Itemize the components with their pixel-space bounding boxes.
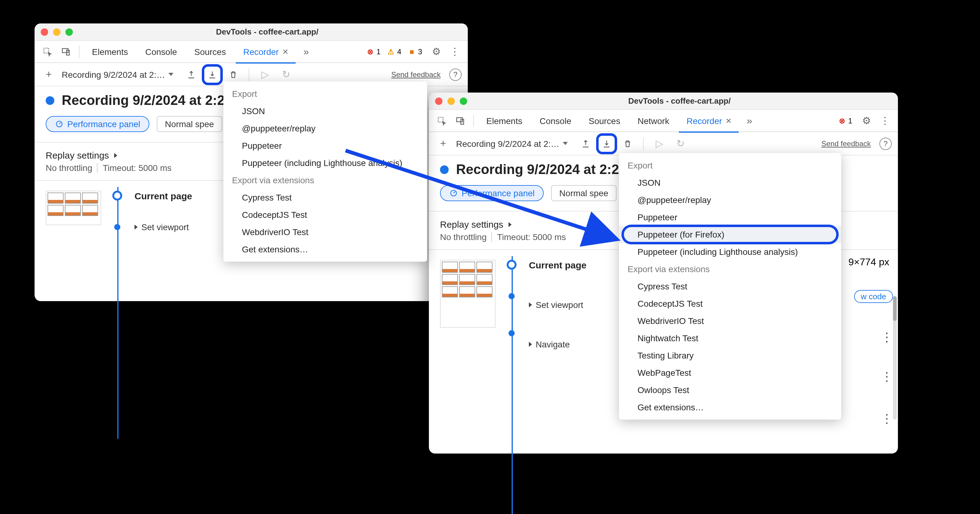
tab-recorder[interactable]: Recorder× bbox=[236, 40, 296, 63]
export-dropdown-left: Export JSON @puppeteer/replay Puppeteer … bbox=[223, 81, 427, 262]
send-feedback-link[interactable]: Send feedback bbox=[821, 139, 871, 148]
speed-select[interactable]: Normal spee bbox=[551, 185, 617, 201]
tab-recorder[interactable]: Recorder× bbox=[679, 110, 739, 132]
export-option-webdriverio[interactable]: WebdriverIO Test bbox=[223, 223, 427, 241]
error-badge[interactable]: ⊗1 bbox=[366, 47, 380, 56]
new-recording-icon[interactable]: ＋ bbox=[41, 66, 57, 83]
timeline-node[interactable] bbox=[509, 293, 515, 299]
export-option-puppeteer-lighthouse[interactable]: Puppeteer (including Lighthouse analysis… bbox=[223, 154, 427, 172]
inspect-icon[interactable] bbox=[40, 43, 56, 60]
recording-dot-icon bbox=[440, 165, 449, 174]
throttling-value: No throttling bbox=[46, 163, 98, 173]
export-option-json[interactable]: JSON bbox=[223, 102, 427, 120]
export-option-codeceptjs[interactable]: CodeceptJS Test bbox=[619, 295, 841, 312]
replay-icon[interactable]: ▷ bbox=[651, 135, 667, 151]
recording-dropdown[interactable]: Recording 9/2/2024 at 2:… bbox=[62, 69, 179, 79]
recorder-toolbar: ＋ Recording 9/2/2024 at 2:… ▷ ↻ Send fee… bbox=[429, 132, 898, 156]
recording-dropdown[interactable]: Recording 9/2/2024 at 2:… bbox=[456, 138, 573, 148]
import-icon[interactable] bbox=[578, 135, 594, 151]
timeout-value: Timeout: 5000 ms bbox=[497, 232, 566, 242]
performance-panel-button[interactable]: Performance panel bbox=[440, 185, 544, 201]
minimize-icon[interactable] bbox=[53, 28, 60, 35]
step-menu-icon[interactable]: ⋮ bbox=[881, 370, 893, 383]
page-thumbnail bbox=[46, 191, 101, 225]
warning-badge[interactable]: ⚠4 bbox=[387, 47, 401, 56]
export-option-webpagetest[interactable]: WebPageTest bbox=[619, 364, 841, 381]
export-option-puppeteer[interactable]: Puppeteer bbox=[223, 137, 427, 154]
export-option-codeceptjs[interactable]: CodeceptJS Test bbox=[223, 206, 427, 223]
speed-select[interactable]: Normal spee bbox=[157, 116, 222, 132]
timeline-node[interactable] bbox=[112, 191, 122, 201]
export-option-owloops[interactable]: Owloops Test bbox=[619, 381, 841, 399]
inspect-icon[interactable] bbox=[434, 113, 450, 129]
kebab-menu-icon[interactable]: ⋮ bbox=[447, 43, 463, 60]
step-icon[interactable]: ↻ bbox=[278, 66, 294, 83]
tab-sources[interactable]: Sources bbox=[187, 40, 233, 63]
export-icon[interactable] bbox=[205, 66, 221, 83]
export-option-get-extensions[interactable]: Get extensions… bbox=[619, 399, 841, 416]
step-menu-icon[interactable]: ⋮ bbox=[881, 412, 893, 425]
tab-elements[interactable]: Elements bbox=[479, 110, 530, 132]
tab-sources[interactable]: Sources bbox=[581, 110, 628, 132]
caret-right-icon bbox=[529, 302, 532, 307]
step-set-viewport[interactable]: Set viewport bbox=[135, 222, 192, 232]
close-icon[interactable]: × bbox=[726, 116, 732, 126]
export-option-nightwatch[interactable]: Nightwatch Test bbox=[619, 329, 841, 347]
traffic-lights bbox=[435, 97, 467, 105]
kebab-menu-icon[interactable]: ⋮ bbox=[877, 113, 893, 129]
export-option-puppeteer[interactable]: Puppeteer bbox=[619, 208, 841, 226]
minimize-icon[interactable] bbox=[447, 97, 455, 105]
export-option-puppeteer-replay[interactable]: @puppeteer/replay bbox=[223, 120, 427, 137]
step-menu-icon[interactable]: ⋮ bbox=[881, 331, 893, 343]
export-icon[interactable] bbox=[599, 135, 615, 151]
export-option-cypress[interactable]: Cypress Test bbox=[223, 189, 427, 206]
export-option-json[interactable]: JSON bbox=[619, 174, 841, 191]
export-option-puppeteer-replay[interactable]: @puppeteer/replay bbox=[619, 191, 841, 208]
tab-network[interactable]: Network bbox=[630, 110, 677, 132]
zoom-icon[interactable] bbox=[65, 28, 73, 35]
delete-icon[interactable] bbox=[226, 66, 242, 83]
tabs-bar: Elements Console Sources Recorder× » ⊗1 … bbox=[35, 41, 468, 63]
export-option-webdriverio[interactable]: WebdriverIO Test bbox=[619, 312, 841, 329]
send-feedback-link[interactable]: Send feedback bbox=[391, 70, 441, 79]
step-current-page: Current page bbox=[529, 260, 587, 270]
export-option-cypress[interactable]: Cypress Test bbox=[619, 278, 841, 295]
new-recording-icon[interactable]: ＋ bbox=[435, 135, 451, 151]
more-tabs-icon[interactable]: » bbox=[298, 43, 314, 60]
replay-icon[interactable]: ▷ bbox=[257, 66, 273, 83]
export-option-testing-library[interactable]: Testing Library bbox=[619, 347, 841, 364]
scroll-thumb[interactable] bbox=[893, 296, 897, 321]
performance-panel-button[interactable]: Performance panel bbox=[46, 116, 150, 132]
titlebar: DevTools - coffee-cart.app/ bbox=[429, 92, 898, 110]
close-icon[interactable] bbox=[41, 28, 48, 35]
close-icon[interactable] bbox=[435, 97, 442, 105]
device-toggle-icon[interactable] bbox=[58, 43, 74, 60]
import-icon[interactable] bbox=[184, 66, 200, 83]
error-badge[interactable]: ⊗1 bbox=[838, 116, 852, 125]
delete-icon[interactable] bbox=[620, 135, 636, 151]
timeline-node[interactable] bbox=[507, 260, 517, 270]
close-icon[interactable]: × bbox=[282, 46, 288, 56]
timeline-node[interactable] bbox=[114, 224, 120, 230]
step-set-viewport[interactable]: Set viewport bbox=[529, 300, 587, 310]
titlebar: DevTools - coffee-cart.app/ bbox=[35, 24, 468, 41]
tab-console[interactable]: Console bbox=[532, 110, 579, 132]
zoom-icon[interactable] bbox=[460, 97, 467, 105]
step-navigate[interactable]: Navigate bbox=[529, 339, 587, 349]
device-toggle-icon[interactable] bbox=[452, 113, 468, 129]
tab-console[interactable]: Console bbox=[138, 40, 185, 63]
export-option-puppeteer-lighthouse[interactable]: Puppeteer (including Lighthouse analysis… bbox=[619, 243, 841, 260]
more-tabs-icon[interactable]: » bbox=[741, 113, 757, 129]
help-icon[interactable]: ? bbox=[880, 137, 892, 150]
help-icon[interactable]: ? bbox=[449, 68, 461, 81]
settings-gear-icon[interactable]: ⚙ bbox=[428, 43, 444, 60]
scrollbar[interactable] bbox=[893, 296, 897, 420]
throttling-value: No throttling bbox=[440, 232, 492, 242]
timeline-node[interactable] bbox=[509, 330, 515, 336]
settings-gear-icon[interactable]: ⚙ bbox=[858, 113, 875, 129]
tab-elements[interactable]: Elements bbox=[84, 40, 135, 63]
issue-badge[interactable]: ■3 bbox=[407, 47, 422, 56]
export-option-get-extensions[interactable]: Get extensions… bbox=[223, 241, 427, 258]
export-option-puppeteer-firefox[interactable]: Puppeteer (for Firefox) bbox=[619, 226, 841, 243]
step-icon[interactable]: ↻ bbox=[672, 135, 689, 151]
